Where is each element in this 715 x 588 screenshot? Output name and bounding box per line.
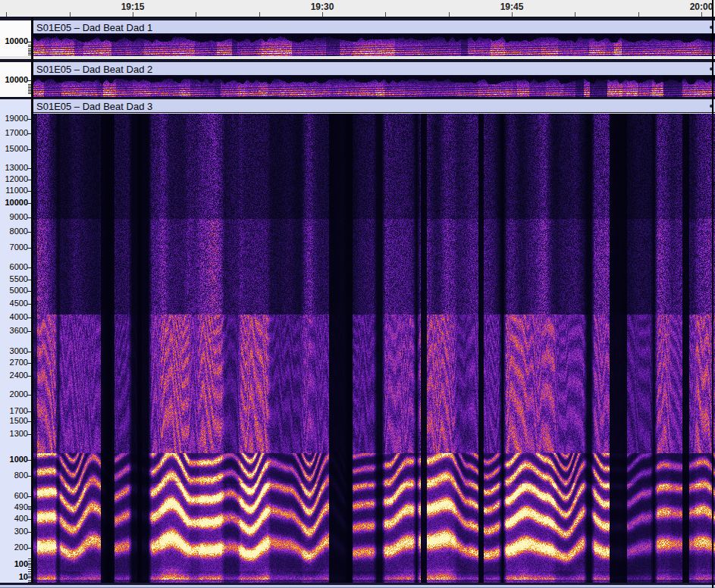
track2-title: S01E05 – Dad Beat Dad 2	[36, 64, 152, 75]
freq-label-3600: 3600	[0, 326, 28, 336]
track3-frequency-ruler[interactable]: 1900017000150001300012000110001000090008…	[0, 99, 31, 583]
freq-label-17000: 17000	[0, 128, 28, 138]
track2-freq-label-10000: 10000	[0, 75, 28, 85]
freq-label-2700: 2700	[0, 358, 28, 368]
timeline-label: 19:30	[311, 2, 334, 12]
track1-frequency-ruler[interactable]: 10000	[0, 20, 31, 56]
ruler-content-divider	[31, 17, 33, 583]
freq-label-490: 490	[0, 502, 28, 512]
freq-label-11000: 11000	[0, 186, 28, 195]
freq-label-19000: 19000	[0, 114, 28, 124]
freq-label-10: 10	[0, 572, 28, 582]
timeline-label: 20:00	[690, 2, 713, 12]
freq-label-100: 100	[0, 559, 28, 569]
freq-label-10000: 10000	[0, 198, 28, 208]
freq-label-8000: 8000	[0, 227, 28, 236]
freq-label-300: 300	[0, 527, 28, 536]
freq-label-4000: 4000	[0, 312, 28, 322]
track1-title: S01E05 – Dad Beat Dad 1	[36, 22, 152, 33]
freq-label-7000: 7000	[0, 242, 28, 252]
freq-label-600: 600	[0, 491, 28, 501]
freq-label-400: 400	[0, 514, 28, 524]
track1-freq-label-10000: 10000	[0, 36, 28, 46]
playhead-cursor	[712, 0, 713, 588]
spectrogram-track-3[interactable]	[33, 114, 715, 583]
track1-name-bar[interactable]: S01E05 – Dad Beat Dad 1	[33, 20, 715, 34]
freq-label-4500: 4500	[0, 299, 28, 308]
track3-title: S01E05 – Dad Beat Dad 3	[36, 101, 152, 112]
freq-label-1300: 1300	[0, 429, 28, 439]
freq-label-3000: 3000	[0, 346, 28, 356]
track2-frequency-ruler[interactable]: 10000	[0, 62, 31, 97]
freq-label-2400: 2400	[0, 371, 28, 380]
track2-name-bar[interactable]: S01E05 – Dad Beat Dad 2	[33, 62, 715, 76]
freq-label-1500: 1500	[0, 416, 28, 426]
freq-label-800: 800	[0, 471, 28, 480]
freq-label-1700: 1700	[0, 406, 28, 416]
freq-label-6000: 6000	[0, 262, 28, 272]
freq-label-1000: 1000	[0, 455, 28, 464]
freq-label-2000: 2000	[0, 389, 28, 399]
freq-label-12000: 12000	[0, 174, 28, 184]
freq-label-13000: 13000	[0, 163, 28, 173]
spectrogram-track-2[interactable]	[33, 76, 715, 97]
freq-label-200: 200	[0, 543, 28, 552]
freq-label-5500: 5500	[0, 274, 28, 284]
timeline-label: 19:15	[121, 2, 145, 12]
next-track-edge-strip	[0, 585, 715, 588]
freq-label-5000: 5000	[0, 286, 28, 296]
freq-label-9000: 9000	[0, 212, 28, 222]
track3-name-bar[interactable]: S01E05 – Dad Beat Dad 3	[33, 99, 715, 113]
timeline-ruler[interactable]: 19:1519:3019:4520:00	[0, 0, 715, 17]
timeline-label: 19:45	[500, 2, 524, 12]
freq-label-15000: 15000	[0, 144, 28, 154]
spectrogram-track-1[interactable]	[33, 34, 715, 56]
